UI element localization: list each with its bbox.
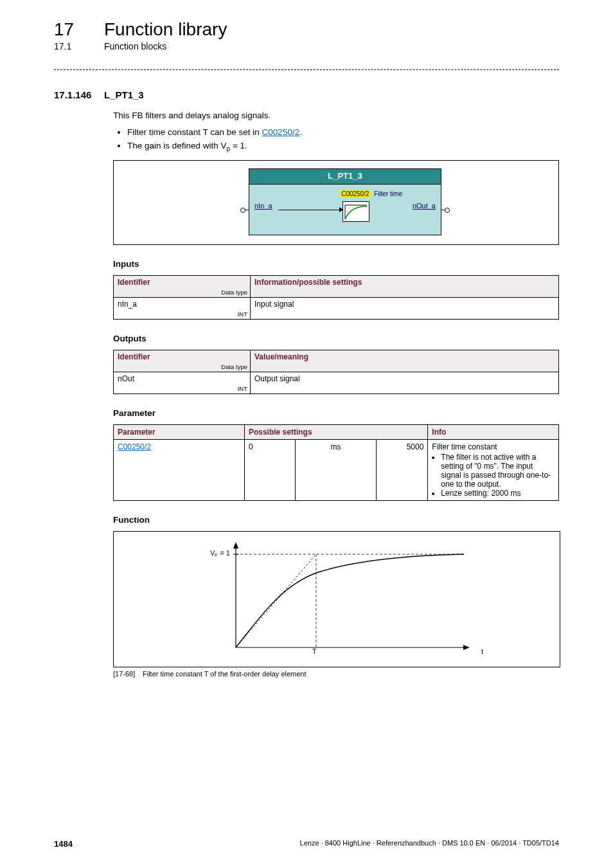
fb-diagram-frame: L_PT1_3 nIn_a C00250/2 Filter time [113, 160, 559, 245]
function-plot [210, 538, 480, 660]
fb-filter-icon [342, 201, 369, 222]
inputs-col-info: Information/possible settings [251, 276, 559, 298]
param-info-cell: Filter time constant The filter is not a… [428, 440, 559, 501]
outputs-table: Identifier Data type Value/meaning nOut … [113, 350, 559, 394]
outputs-col-value: Value/meaning [251, 350, 559, 372]
param-info-bullet-1: The filter is not active with a setting … [441, 453, 555, 489]
outputs-col-datatype: Data type [221, 363, 247, 370]
fb-input-label: nIn_a [254, 201, 272, 212]
param-min: 0 [244, 440, 295, 501]
page-number: 1484 [54, 839, 73, 849]
fb-input-port-line [245, 210, 249, 210]
inputs-col-datatype: Data type [221, 289, 247, 296]
link-c00250-2[interactable]: C00250/2 [262, 127, 300, 137]
parameter-heading: Parameter [113, 408, 559, 418]
param-col-info: Info [428, 425, 559, 440]
section-title: L_PT1_3 [104, 89, 144, 100]
param-link-c00250-2[interactable]: C00250/2 [118, 442, 151, 451]
fb-input-port [240, 208, 245, 213]
page-container: 17 Function library 17.1 Function blocks… [0, 0, 613, 868]
svg-marker-1 [233, 542, 238, 548]
figure-caption: [17-68]Filter time constant T of the fir… [113, 670, 559, 678]
table-row: nIn_a INT Input signal [114, 298, 559, 320]
inputs-table: Identifier Data type Information/possibl… [113, 275, 559, 320]
section-body: This FB filters and delays analog signal… [113, 109, 559, 245]
param-col-settings: Possible settings [244, 425, 427, 440]
inputs-col-identifier: Identifier Data type [114, 276, 251, 298]
param-info-bullet-2: Lenze setting: 2000 ms [441, 489, 555, 498]
page-header: 17 Function library 17.1 Function blocks [54, 19, 559, 51]
section-heading: 17.1.146 L_PT1_3 [54, 89, 559, 100]
fb-output-port [445, 208, 450, 213]
svg-line-6 [236, 554, 316, 647]
input-identifier: nIn_a [118, 300, 137, 309]
param-unit: ms [295, 440, 376, 501]
separator-dashed [54, 69, 559, 70]
page-footer: 1484 Lenze · 8400 HighLine · Referenzhan… [54, 839, 559, 849]
fb-block: L_PT1_3 nIn_a C00250/2 Filter time [249, 168, 441, 235]
figure-caption-text: Filter time constant T of the first-orde… [143, 670, 306, 678]
param-col-parameter: Parameter [114, 425, 245, 440]
chapter-number: 17 [54, 19, 104, 40]
function-heading: Function [113, 515, 559, 525]
inputs-heading: Inputs [113, 259, 559, 269]
param-max: 5000 [377, 440, 428, 501]
footer-doc-id: Lenze · 8400 HighLine · Referenzhandbuch… [300, 839, 559, 849]
input-info: Input signal [251, 298, 559, 320]
time-constant-label: T [312, 647, 317, 655]
section-intro: This FB filters and delays analog signal… [113, 109, 559, 122]
function-plot-frame: Vₚ = 1 T t [113, 531, 560, 667]
outputs-heading: Outputs [113, 334, 559, 343]
output-identifier: nOut [118, 374, 134, 383]
param-info-title: Filter time constant [432, 442, 497, 451]
bullet-gain: The gain is defined with Vp = 1. [127, 140, 559, 154]
subchapter-title: Function blocks [104, 41, 166, 51]
section-number: 17.1.146 [54, 89, 104, 100]
fb-block-title: L_PT1_3 [249, 168, 441, 185]
bullet-filter-constant: Filter time constant T can be set in C00… [127, 126, 559, 139]
table-row: nOut INT Output signal [114, 372, 559, 394]
fb-param-code: C00250/2 [340, 190, 370, 197]
fb-signal-arrow [278, 210, 342, 210]
fb-output-label: nOut_a [413, 201, 436, 212]
chapter-title: Function library [104, 19, 227, 40]
time-axis-label: t [481, 647, 483, 655]
subchapter-number: 17.1 [54, 41, 104, 51]
figure-number: [17-68] [113, 670, 143, 678]
fb-param-label: C00250/2 Filter time [340, 190, 402, 199]
output-info: Output signal [251, 372, 559, 394]
output-datatype: INT [238, 385, 247, 392]
parameter-table: Parameter Possible settings Info C00250/… [113, 424, 559, 501]
input-datatype: INT [238, 311, 247, 318]
outputs-col-identifier: Identifier Data type [114, 350, 251, 372]
table-row: C00250/2 0 ms 5000 Filter time constant … [114, 440, 559, 501]
svg-marker-3 [463, 645, 470, 650]
